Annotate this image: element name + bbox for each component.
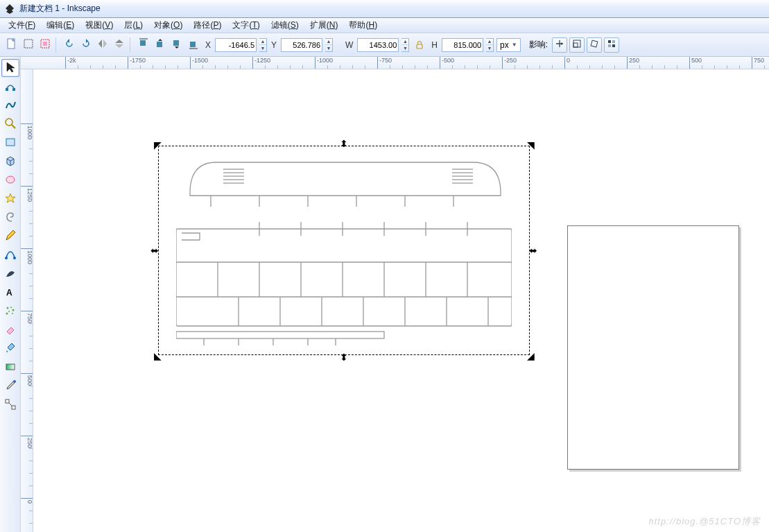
horizontal-ruler[interactable]: -2k-1750-1500-1250-1000-750-500-25002505… [21,57,769,69]
menu-滤镜S[interactable]: 滤镜(S) [266,19,304,31]
ruler-tick: -1250 [252,57,270,69]
y-input[interactable] [281,38,322,52]
rotate-cw-button[interactable] [78,37,94,53]
lower-bottom-icon [188,38,199,51]
w-spinner[interactable]: ▲▼ [401,38,409,52]
flip-v-icon [114,38,125,51]
toolbox: A [0,57,21,532]
menu-帮助H[interactable]: 帮助(H) [343,19,383,31]
menu-视图V[interactable]: 视图(V) [80,19,119,31]
resize-handle-w[interactable]: ⬌ [150,246,159,255]
affect-scale-button[interactable] [569,37,585,53]
menu-路径P[interactable]: 路径(P) [188,19,227,31]
connector-tool[interactable] [1,396,19,414]
select-region-button[interactable] [37,37,53,53]
lock-aspect-button[interactable] [412,37,427,53]
ellipse-tool[interactable] [1,171,19,189]
svg-point-28 [10,307,12,308]
resize-handle-sw[interactable]: ◣ [153,351,162,361]
menu-编辑E[interactable]: 编辑(E) [41,19,80,31]
spiral-tool-icon [4,211,17,225]
affect-rotate-button[interactable] [587,37,602,53]
ruler-tick: 250 [21,436,33,448]
zoom-tool-icon [4,117,17,132]
ruler-tick: -1500 [190,57,208,69]
canvas[interactable]: ◤ ◥ ◣ ◢ ⬍ ⬍ ⬌ ⬌ [33,69,769,532]
selected-object[interactable] [176,158,512,345]
window-title: 新建文档 1 - Inkscape [19,3,101,15]
raise-icon [155,38,166,51]
affect-pattern-button[interactable] [604,37,619,53]
node-tool[interactable] [1,78,19,96]
y-spinner[interactable]: ▲▼ [325,38,333,52]
h-spinner[interactable]: ▲▼ [486,38,494,52]
menu-扩展N[interactable]: 扩展(N) [304,19,344,31]
ruler-tick: 750 [752,57,764,69]
ruler-tick: 1250 [21,186,33,202]
affect-move-button[interactable] [552,37,567,53]
y-label: Y [270,40,278,50]
svg-rect-15 [612,40,615,43]
vertical-ruler[interactable]: 1000125010007505002500 [21,69,33,532]
resize-handle-s[interactable]: ⬍ [339,352,349,362]
3dbox-tool[interactable] [1,153,19,171]
affect-pattern-icon [607,39,616,51]
svg-text:A: A [6,288,12,298]
svg-rect-36 [12,406,15,409]
star-tool[interactable] [1,190,19,208]
lock-icon [415,40,424,50]
ruler-tick: -1000 [315,57,333,69]
inkscape-logo-icon [4,3,15,15]
bezier-tool[interactable] [1,246,19,264]
raise-button[interactable] [153,37,168,53]
spray-tool[interactable] [1,302,19,320]
connector-tool-icon [4,398,17,413]
spiral-tool[interactable] [1,209,19,227]
resize-handle-n[interactable]: ⬍ [339,139,349,148]
bucket-tool[interactable] [1,340,19,358]
unit-select[interactable]: px ▼ [496,38,521,52]
eraser-tool[interactable] [1,321,19,339]
ruler-tick: 500 [21,373,33,386]
flip-v-button[interactable] [112,37,127,53]
menubar: 文件(F)编辑(E)视图(V)层(L)对象(O)路径(P)文字(T)滤镜(S)扩… [0,18,769,33]
menu-文字T[interactable]: 文字(T) [227,19,265,31]
affect-scale-icon [572,39,582,51]
rotate-ccw-button[interactable] [62,37,77,53]
lower-button[interactable] [169,37,184,53]
x-input[interactable] [215,38,257,52]
gradient-tool[interactable] [1,359,19,377]
resize-handle-se[interactable]: ◢ [526,351,535,361]
tweak-tool[interactable] [1,96,19,114]
calligraphy-tool[interactable] [1,265,19,283]
ruler-tick: -1750 [128,57,146,69]
new-doc-button[interactable] [4,37,19,53]
rotate-cw-icon [80,38,92,51]
dropper-tool-icon [4,379,17,394]
svg-rect-6 [157,42,162,47]
dropper-tool[interactable] [1,377,19,395]
resize-handle-nw[interactable]: ◤ [153,140,162,150]
text-tool[interactable]: A [1,284,19,302]
raise-top-button[interactable] [136,37,151,53]
menu-层L[interactable]: 层(L) [119,19,148,31]
resize-handle-e[interactable]: ⬌ [528,246,538,255]
h-input[interactable] [442,38,483,52]
menu-对象O[interactable]: 对象(O) [148,19,188,31]
w-input[interactable] [357,38,399,52]
chevron-down-icon: ▼ [512,42,517,48]
lower-bottom-button[interactable] [186,37,201,53]
zoom-tool[interactable] [1,115,19,133]
select-region-icon [40,38,51,51]
flip-h-button[interactable] [95,37,110,53]
pencil-tool[interactable] [1,228,19,246]
svg-point-31 [6,312,8,314]
resize-handle-ne[interactable]: ◥ [526,140,535,150]
selector-tool[interactable] [1,59,19,77]
ruler-tick: 250 [627,57,639,69]
rect-tool[interactable] [1,134,19,152]
menu-文件F[interactable]: 文件(F) [3,19,41,31]
ruler-tick: -2k [65,57,76,69]
x-spinner[interactable]: ▲▼ [259,38,267,52]
select-all-button[interactable] [21,37,36,53]
